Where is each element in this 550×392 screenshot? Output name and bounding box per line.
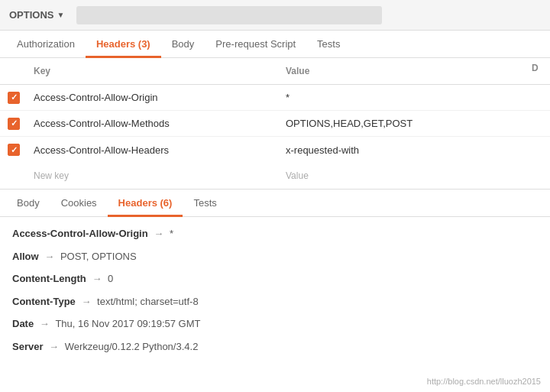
response-header-item: Server → Werkzeug/0.12.2 Python/3.4.2 <box>12 339 538 355</box>
row-checkbox-cell <box>0 92 28 104</box>
response-tab-headers[interactable]: Headers (6) <box>108 190 183 217</box>
response-header-key: Content-Length <box>12 273 86 284</box>
response-header-item: Allow → POST, OPTIONS <box>12 249 538 264</box>
response-tab-tests[interactable]: Tests <box>183 190 227 217</box>
response-header-arrow: → <box>46 341 61 352</box>
checkbox-checked[interactable] <box>8 144 20 156</box>
table-row: Access-Control-Allow-Headersx-requested-… <box>0 137 550 163</box>
response-header-item: Access-Control-Allow-Origin → * <box>12 226 538 241</box>
response-tab-cookies[interactable]: Cookies <box>50 190 108 217</box>
response-header-key: Server <box>12 341 43 352</box>
response-header-value: text/html; charset=utf-8 <box>97 296 199 307</box>
response-header-value: Werkzeug/0.12.2 Python/3.4.2 <box>65 341 199 352</box>
options-bar: OPTIONS ▼ <box>0 0 550 31</box>
request-tab-tests[interactable]: Tests <box>306 31 351 58</box>
response-header-arrow: → <box>151 228 167 239</box>
row-value[interactable]: * <box>280 89 532 106</box>
response-tab-body[interactable]: Body <box>6 190 50 217</box>
options-label[interactable]: OPTIONS ▼ <box>9 9 64 21</box>
response-header-value: 0 <box>108 273 113 284</box>
row-value[interactable]: x-requested-with <box>280 141 532 159</box>
response-header-item: Date → Thu, 16 Nov 2017 09:19:57 GMT <box>12 316 538 332</box>
response-tab-bar: BodyCookiesHeaders (6)Tests <box>0 190 550 217</box>
response-header-value: Thu, 16 Nov 2017 09:19:57 GMT <box>55 318 200 329</box>
response-header-arrow: → <box>79 296 94 307</box>
new-value-input[interactable]: Value <box>280 167 532 184</box>
request-tab-pre-request[interactable]: Pre-request Script <box>205 31 306 58</box>
table-row: Access-Control-Allow-MethodsOPTIONS,HEAD… <box>0 111 550 137</box>
headers-table: Key Value D Access-Control-Allow-Origin*… <box>0 58 550 190</box>
response-header-arrow: → <box>42 251 57 262</box>
value-col-header: Value <box>280 63 532 79</box>
row-key[interactable]: Access-Control-Allow-Headers <box>28 141 280 159</box>
response-header-arrow: → <box>37 318 52 329</box>
watermark: http://blog.csdn.net/lluozh2015 <box>0 371 550 392</box>
response-header-item: Content-Length → 0 <box>12 271 538 287</box>
response-header-key: Access-Control-Allow-Origin <box>12 228 148 239</box>
response-header-key: Allow <box>12 251 39 262</box>
row-key[interactable]: Access-Control-Allow-Origin <box>28 89 280 106</box>
response-header-key: Date <box>12 318 34 329</box>
table-row: Access-Control-Allow-Origin* <box>0 85 550 111</box>
response-headers-list: Access-Control-Allow-Origin → *Allow → P… <box>0 217 550 371</box>
table-rows: Access-Control-Allow-Origin*Access-Contr… <box>0 85 550 163</box>
request-tab-headers[interactable]: Headers (3) <box>86 31 161 58</box>
checkbox-checked[interactable] <box>8 118 20 130</box>
table-header: Key Value D <box>0 58 550 85</box>
request-tab-body[interactable]: Body <box>161 31 205 58</box>
request-tab-authorization[interactable]: Authorization <box>6 31 86 58</box>
row-checkbox-cell <box>0 118 28 130</box>
request-tab-bar: AuthorizationHeaders (3)BodyPre-request … <box>0 31 550 58</box>
checkbox-checked[interactable] <box>8 92 20 104</box>
response-header-key: Content-Type <box>12 296 76 307</box>
row-checkbox-cell <box>0 144 28 156</box>
response-header-item: Content-Type → text/html; charset=utf-8 <box>12 294 538 309</box>
options-text: OPTIONS <box>9 9 54 21</box>
chevron-down-icon: ▼ <box>57 11 65 19</box>
new-key-row: New key Value <box>0 163 550 189</box>
url-bar <box>76 6 382 24</box>
row-value[interactable]: OPTIONS,HEAD,GET,POST <box>280 115 532 132</box>
checkbox-col-header <box>0 63 28 79</box>
row-key[interactable]: Access-Control-Allow-Methods <box>28 115 280 132</box>
response-header-value: * <box>170 228 173 239</box>
d-col-header: D <box>532 63 550 79</box>
response-header-arrow: → <box>89 273 105 284</box>
key-col-header: Key <box>28 63 280 79</box>
response-section: BodyCookiesHeaders (6)Tests Access-Contr… <box>0 190 550 371</box>
response-header-value: POST, OPTIONS <box>60 251 137 262</box>
new-key-input[interactable]: New key <box>28 167 280 184</box>
